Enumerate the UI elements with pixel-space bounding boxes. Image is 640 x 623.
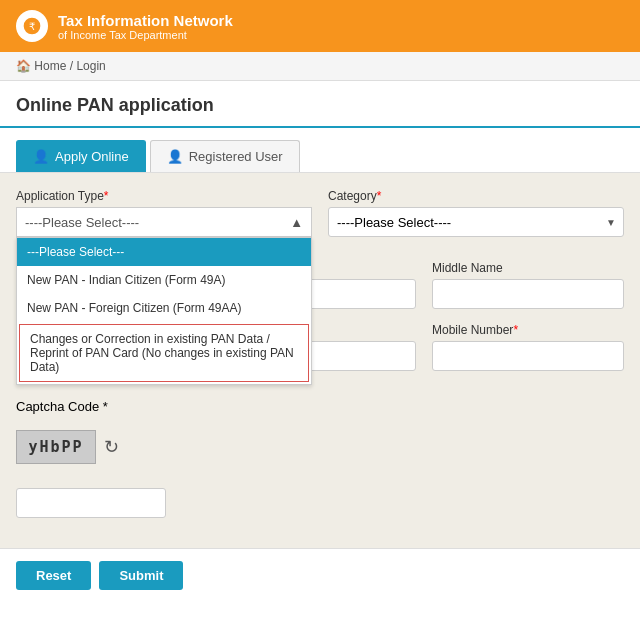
category-label: Category* xyxy=(328,189,624,203)
svg-text:₹: ₹ xyxy=(29,21,35,32)
field-category: Category* ----Please Select---- ▼ (funct… xyxy=(328,189,624,237)
dropdown-option-correction[interactable]: Changes or Correction in existing PAN Da… xyxy=(19,324,309,382)
middle-name-label: Middle Name xyxy=(432,261,624,275)
captcha-label: Captcha Code * xyxy=(16,399,108,414)
page-title: Online PAN application xyxy=(0,81,640,128)
field-application-type: Application Type* ----Please Select---- … xyxy=(16,189,312,237)
required-star: * xyxy=(104,189,109,203)
breadcrumb-home[interactable]: Home xyxy=(34,59,66,73)
middle-name-input[interactable] xyxy=(432,279,624,309)
captcha-input[interactable] xyxy=(16,488,166,518)
tab-registered-user[interactable]: 👤 Registered User xyxy=(150,140,300,172)
application-type-list: ---Please Select--- New PAN - Indian Cit… xyxy=(16,237,312,385)
reset-button[interactable]: Reset xyxy=(16,561,91,590)
application-type-label: Application Type* xyxy=(16,189,312,203)
submit-button[interactable]: Submit xyxy=(99,561,183,590)
application-type-selected: ----Please Select---- xyxy=(25,215,139,230)
tab-apply-online-label: Apply Online xyxy=(55,149,129,164)
refresh-icon[interactable]: ↻ xyxy=(104,436,119,458)
tab-apply-online[interactable]: 👤 Apply Online xyxy=(16,140,146,172)
header-title: Tax Information Network xyxy=(58,12,233,29)
row-application-type-category: Application Type* ----Please Select---- … xyxy=(16,189,624,237)
header-subtitle: of Income Tax Department xyxy=(58,29,233,41)
dropdown-option-49a[interactable]: New PAN - Indian Citizen (Form 49A) xyxy=(17,266,311,294)
tab-registered-user-label: Registered User xyxy=(189,149,283,164)
captcha-image: yHbPP xyxy=(16,430,96,464)
breadcrumb-separator: / xyxy=(70,59,73,73)
category-select[interactable]: ----Please Select---- xyxy=(328,207,624,237)
field-middle-name: Middle Name xyxy=(432,261,624,309)
mobile-label: Mobile Number* xyxy=(432,323,624,337)
dropdown-option-49aa[interactable]: New PAN - Foreign Citizen (Form 49AA) xyxy=(17,294,311,322)
row-captcha: Captcha Code * yHbPP ↻ xyxy=(16,399,624,518)
required-star-cat: * xyxy=(377,189,382,203)
logo: ₹ xyxy=(16,10,48,42)
button-row: Reset Submit xyxy=(0,548,640,602)
category-dropdown-wrapper: ----Please Select---- ▼ xyxy=(328,207,624,237)
user-add-icon: 👤 xyxy=(33,149,49,164)
breadcrumb-current: Login xyxy=(76,59,105,73)
mobile-input[interactable] xyxy=(432,341,624,371)
application-type-trigger[interactable]: ----Please Select---- ▲ xyxy=(16,207,312,237)
breadcrumb: 🏠 Home / Login xyxy=(0,52,640,81)
field-mobile: Mobile Number* xyxy=(432,323,624,371)
tabs: 👤 Apply Online 👤 Registered User xyxy=(0,128,640,173)
home-icon: 🏠 xyxy=(16,59,31,73)
form-area: Application Type* ----Please Select---- … xyxy=(0,173,640,548)
dropdown-option-please-select[interactable]: ---Please Select--- xyxy=(17,238,311,266)
user-icon: 👤 xyxy=(167,149,183,164)
captcha-row: yHbPP ↻ xyxy=(16,430,119,464)
header: ₹ Tax Information Network of Income Tax … xyxy=(0,0,640,52)
chevron-up-icon: ▲ xyxy=(290,215,303,230)
header-text: Tax Information Network of Income Tax De… xyxy=(58,12,233,41)
application-type-dropdown[interactable]: ----Please Select---- ▲ ---Please Select… xyxy=(16,207,312,237)
